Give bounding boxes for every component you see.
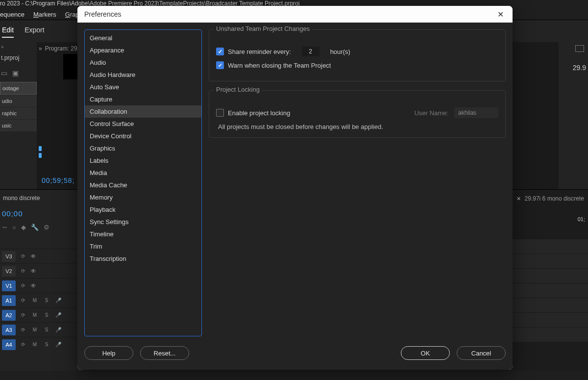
sync-lock-icon[interactable]: ⟳ — [19, 281, 27, 290]
group-project-locking: Project Locking Enable project locking U… — [209, 90, 506, 138]
workspace-edit[interactable]: Edit — [2, 26, 14, 38]
share-reminder-checkbox[interactable]: ✓ — [216, 48, 224, 55]
dialog-titlebar[interactable]: Preferences ✕ — [77, 6, 513, 23]
category-sync-settings[interactable]: Sync Settings — [85, 216, 201, 228]
snap-icon[interactable]: ⥊ — [2, 224, 7, 231]
share-reminder-value-input[interactable]: 2 — [302, 47, 319, 56]
settings-icon[interactable]: ⚙ — [44, 224, 49, 231]
category-labels[interactable]: Labels — [85, 154, 201, 167]
warn-close-label: Warn when closing the Team Project — [228, 62, 331, 69]
sync-lock-icon[interactable]: ⟳ — [19, 340, 27, 349]
category-trim[interactable]: Trim — [85, 240, 201, 253]
category-transcription[interactable]: Transcription — [85, 253, 201, 265]
solo-button[interactable]: S — [42, 296, 51, 305]
bin-icon[interactable]: ▭ — [1, 69, 7, 77]
category-audio-hardware[interactable]: Audio Hardware — [85, 69, 201, 81]
category-media-cache[interactable]: Media Cache — [85, 179, 201, 191]
track-label[interactable]: A2 — [2, 310, 16, 321]
enable-project-locking-checkbox[interactable] — [216, 109, 224, 117]
timeline-timecode[interactable]: 00;00 — [0, 206, 83, 221]
voice-over-icon[interactable]: 🎤 — [54, 311, 63, 320]
category-control-surface[interactable]: Control Surface — [85, 118, 201, 130]
mute-button[interactable]: M — [30, 311, 39, 320]
bin-item[interactable]: ootage — [0, 82, 37, 95]
category-capture[interactable]: Capture — [85, 93, 201, 105]
track-label[interactable]: V1 — [2, 280, 16, 291]
close-icon[interactable]: × — [516, 195, 520, 203]
program-overflow-icon[interactable]: » — [39, 45, 42, 52]
enable-lock-label: Enable project locking — [228, 109, 290, 117]
preferences-category-list[interactable]: GeneralAppearanceAudioAudio HardwareAuto… — [84, 29, 202, 336]
mute-button[interactable]: M — [30, 326, 39, 334]
mute-button[interactable]: M — [30, 296, 39, 305]
toggle-track-output-icon[interactable]: 👁 — [30, 253, 36, 260]
menu-markers[interactable]: Markers — [33, 11, 56, 18]
track-label[interactable]: V2 — [2, 266, 16, 277]
track-label[interactable]: A4 — [2, 339, 16, 350]
sequence-name: mono discrete — [3, 195, 40, 202]
category-audio[interactable]: Audio — [85, 56, 201, 69]
solo-button[interactable]: S — [42, 340, 51, 349]
help-button[interactable]: Help — [84, 346, 133, 360]
username-label: User Name: — [415, 109, 448, 117]
timeline-header-panel: mono discrete 2 00;00 ⥊ ⟐ ◆ 🔧 ⚙ V3 ⟳ 👁 V… — [0, 190, 83, 371]
program-timecode[interactable]: 00;59;58; — [42, 177, 74, 184]
category-timeline[interactable]: Timeline — [85, 228, 201, 240]
cancel-button[interactable]: Cancel — [457, 346, 506, 360]
warn-close-checkbox[interactable]: ✓ — [216, 61, 224, 69]
toggle-track-output-icon[interactable]: 👁 — [30, 282, 36, 289]
bin-item[interactable]: raphic — [0, 107, 37, 119]
reset-button[interactable]: Reset... — [140, 346, 189, 360]
track-a2[interactable]: A2 ⟳ M S 🎤 — [0, 307, 83, 322]
bin-item[interactable]: udio — [0, 95, 37, 107]
category-collaboration[interactable]: Collaboration — [85, 105, 201, 118]
category-memory[interactable]: Memory — [85, 191, 201, 203]
sync-lock-icon[interactable]: ⟳ — [19, 267, 27, 276]
sync-lock-icon[interactable]: ⟳ — [19, 252, 27, 261]
track-v3[interactable]: V3 ⟳ 👁 — [0, 249, 83, 263]
track-v2[interactable]: V2 ⟳ 👁 — [0, 263, 83, 278]
solo-button[interactable]: S — [42, 311, 51, 320]
category-media[interactable]: Media — [85, 167, 201, 179]
sync-lock-icon[interactable]: ⟳ — [19, 296, 27, 305]
group-title: Project Locking — [214, 86, 262, 93]
mute-button[interactable]: M — [30, 340, 39, 349]
sync-lock-icon[interactable]: ⟳ — [19, 326, 27, 334]
marker-icon[interactable]: ◆ — [21, 224, 26, 231]
sync-lock-icon[interactable]: ⟳ — [19, 311, 27, 320]
username-input[interactable]: akhilas — [454, 107, 498, 118]
voice-over-icon[interactable]: 🎤 — [54, 340, 63, 349]
toggle-track-output-icon[interactable]: 👁 — [30, 268, 36, 275]
category-device-control[interactable]: Device Control — [85, 130, 201, 142]
track-a1[interactable]: A1 ⟳ M S 🎤 — [0, 293, 83, 307]
panel-menu-icon[interactable] — [575, 45, 584, 52]
project-locking-note: All projects must be closed before chang… — [218, 123, 498, 130]
menu-sequence[interactable]: equence — [0, 11, 24, 18]
wrench-icon[interactable]: 🔧 — [31, 224, 39, 231]
track-label[interactable]: A3 — [2, 325, 16, 335]
dialog-footer: Help Reset... OK Cancel — [84, 343, 506, 363]
category-general[interactable]: General — [85, 32, 201, 44]
workspace-export[interactable]: Export — [24, 26, 44, 37]
voice-over-icon[interactable]: 🎤 — [54, 326, 63, 334]
category-auto-save[interactable]: Auto Save — [85, 81, 201, 93]
ok-button[interactable]: OK — [401, 346, 450, 360]
track-label[interactable]: A1 — [2, 295, 16, 306]
in-out-markers — [39, 146, 43, 168]
track-label[interactable]: V3 — [2, 251, 16, 262]
category-playback[interactable]: Playback — [85, 203, 201, 216]
track-v1[interactable]: V1 ⟳ 👁 — [0, 278, 83, 293]
category-graphics[interactable]: Graphics — [85, 142, 201, 154]
linked-selection-icon[interactable]: ⟐ — [12, 224, 16, 231]
project-overflow-icon[interactable]: » — [0, 42, 37, 51]
category-appearance[interactable]: Appearance — [85, 44, 201, 56]
solo-button[interactable]: S — [42, 326, 51, 334]
project-name: t.prproj — [0, 51, 37, 64]
bin-item[interactable]: usic — [0, 120, 37, 131]
ruler-tick: 01; — [578, 216, 585, 222]
close-icon[interactable]: ✕ — [495, 9, 506, 20]
track-a3[interactable]: A3 ⟳ M S 🎤 — [0, 322, 83, 337]
camera-icon[interactable]: ▣ — [12, 69, 19, 77]
voice-over-icon[interactable]: 🎤 — [54, 296, 63, 305]
track-a4[interactable]: A4 ⟳ M S 🎤 — [0, 337, 83, 352]
